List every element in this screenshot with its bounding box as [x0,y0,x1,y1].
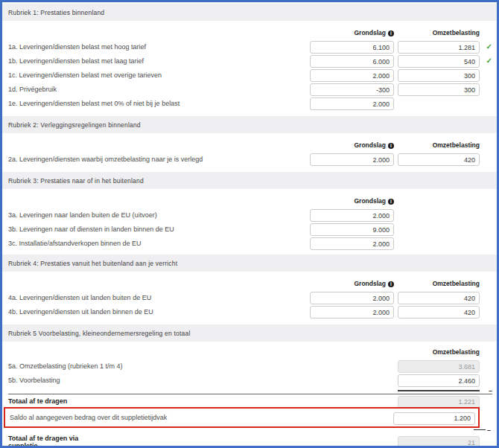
saldo-suppletie-input[interactable] [393,412,475,425]
omzetbelasting-input-2a[interactable] [398,153,480,166]
totaal-via-suppletie-label: Totaal af te dragen via suppletie [8,435,98,448]
section-rubriek-2: Grondslagi Omzetbelasting 2a. Leveringen… [2,133,497,172]
column-header-grondslag: Grondslagi [310,141,394,149]
section-rubriek-4: Grondslagi Omzetbelasting 4a. Leveringen… [2,272,497,324]
saldo-suppletie-label: Saldo al aangegeven bedrag over dit supp… [10,414,390,421]
minus-sign: – [489,387,492,394]
section-header-rubriek-4: Rubriek 4: Prestaties vanuit het buitenl… [2,255,497,272]
section-header-rubriek-3: Rubriek 3: Prestaties naar of in het bui… [2,172,497,189]
omzetbelasting-input-1b[interactable] [398,55,480,68]
form-row-3c: 3c. Installatie/afstandverkopen binnen d… [8,236,492,250]
grondslag-input-2a[interactable] [310,153,394,166]
check-icon: ✓ [486,42,492,51]
section-rubriek-1: Grondslagi Omzetbelasting 1a. Leveringen… [2,21,497,116]
column-header-row: Grondslagi Omzetbelasting [8,278,492,289]
row-label-4a: 4a. Leveringen/diensten uit landen buite… [8,294,310,301]
column-header-grondslag: Grondslagi [310,280,394,287]
form-row-1a: 1a. Leveringen/diensten belast met hoog … [8,39,492,54]
grondslag-header-label: Grondslag [354,197,386,205]
totaal-via-suppletie-row: Totaal af te dragen via suppletie [8,432,492,448]
row-label-3c: 3c. Installatie/afstandverkopen binnen d… [8,240,310,247]
section-header-rubriek-5: Rubriek 5 Voorbelasting, kleineonderneme… [2,324,497,342]
btw-suppletie-form: Rubriek 1: Prestaties binnenland Grondsl… [0,0,499,448]
section-header-rubriek-2: Rubriek 2: Verleggingsregelingen binnenl… [2,116,497,133]
column-header-row: Omzetbelasting [8,346,492,357]
totaal-af-te-dragen-row: Totaal af te dragen [8,394,492,408]
column-header-omzetbelasting: Omzetbelasting [398,141,480,149]
column-header-row: Grondslagi Omzetbelasting [8,139,492,150]
omzetbelasting-input-1d[interactable] [398,83,480,96]
omzetbelasting-input-4a[interactable] [398,292,480,304]
omzetbelasting-input-4b[interactable] [398,306,480,319]
form-row-4b: 4b. Leveringen/diensten uit landen binne… [8,304,492,319]
grondslag-input-3b[interactable] [310,223,394,236]
info-icon[interactable]: i [388,31,394,36]
column-header-omzetbelasting: Omzetbelasting [398,29,480,36]
grondslag-input-3c[interactable] [310,237,394,250]
grondslag-input-4a[interactable] [310,292,394,304]
form-row-5b: 5b. Voorbelasting [8,373,492,387]
column-header-row: Grondslagi [8,195,492,206]
row-label-5b: 5b. Voorbelasting [8,377,310,384]
column-header-row: Grondslagi Omzetbelasting [8,27,492,38]
sum-line [398,390,480,391]
subtraction-line-row: – [8,387,492,394]
row-label-3a: 3a. Leveringen naar landen buiten de EU … [8,211,310,219]
omzetbelasting-readonly-5a [398,360,480,373]
form-row-1e: 1e. Leveringen/diensten belast met 0% of… [8,96,492,110]
omzetbelasting-input-1a[interactable] [398,41,480,54]
row-label-1b: 1b. Leveringen/diensten belast met laag … [8,57,310,65]
grondslag-header-label: Grondslag [354,280,386,287]
info-icon[interactable]: i [388,199,394,205]
form-row-3b: 3b. Leveringen naar of diensten in lande… [8,222,492,236]
column-header-grondslag: Grondslagi [310,197,394,205]
totaal-via-suppletie-value [398,436,480,448]
section-rubriek-3: Grondslagi 3a. Leveringen naar landen bu… [2,189,497,255]
section-rubriek-5: Omzetbelasting 5a. Omzetbelasting (rubri… [2,342,497,448]
grondslag-input-1d[interactable] [310,83,394,96]
form-row-1c: 1c. Leveringen/diensten belast met overi… [8,68,492,82]
sum-line [474,429,486,430]
grondslag-input-1c[interactable] [310,69,394,82]
column-header-grondslag: Grondslagi [310,29,394,36]
grondslag-header-label: Grondslag [354,141,386,149]
grondslag-input-4b[interactable] [310,306,394,319]
row-label-5a: 5a. Omzetbelasting (rubrieken 1 t/m 4) [8,362,310,370]
row-label-2a: 2a. Leveringen/diensten waarbij omzetbel… [8,156,310,163]
row-label-1e: 1e. Leveringen/diensten belast met 0% of… [8,100,310,107]
form-row-3a: 3a. Leveringen naar landen buiten de EU … [8,208,492,222]
form-row-1d: 1d. Privégebruik [8,82,492,96]
grondslag-header-label: Grondslag [354,29,386,36]
row-label-1c: 1c. Leveringen/diensten belast met overi… [8,71,310,79]
voorbelasting-input-5b[interactable] [398,374,480,387]
minus-sign: – [487,426,491,434]
saldo-suppletie-row: Saldo al aangegeven bedrag over dit supp… [8,408,492,427]
section-header-rubriek-1: Rubriek 1: Prestaties binnenland [2,4,497,21]
check-icon: ✓ [486,57,492,65]
form-row-5a: 5a. Omzetbelasting (rubrieken 1 t/m 4) [8,359,492,373]
grondslag-input-1e[interactable] [310,97,394,110]
row-label-4b: 4b. Leveringen/diensten uit landen binne… [8,308,310,316]
row-label-1d: 1d. Privégebruik [8,86,310,93]
grondslag-input-3a[interactable] [310,209,394,222]
subtraction-line-row-2: – [8,427,492,432]
info-icon[interactable]: i [388,281,394,287]
grondslag-input-1a[interactable] [310,41,394,54]
form-row-2a: 2a. Leveringen/diensten waarbij omzetbel… [8,152,492,166]
form-row-4a: 4a. Leveringen/diensten uit landen buite… [8,290,492,304]
totaal-af-te-dragen-label: Totaal af te dragen [8,397,310,405]
row-label-3b: 3b. Leveringen naar of diensten in lande… [8,225,310,233]
omzetbelasting-input-1c[interactable] [398,69,480,82]
form-row-1b: 1b. Leveringen/diensten belast met laag … [8,54,492,68]
grondslag-input-1b[interactable] [310,55,394,68]
column-header-omzetbelasting: Omzetbelasting [398,280,480,287]
info-icon[interactable]: i [388,143,394,149]
row-label-1a: 1a. Leveringen/diensten belast met hoog … [8,43,310,51]
highlight-box: Saldo al aangegeven bedrag over dit supp… [4,407,480,428]
column-header-omzetbelasting: Omzetbelasting [398,348,480,356]
